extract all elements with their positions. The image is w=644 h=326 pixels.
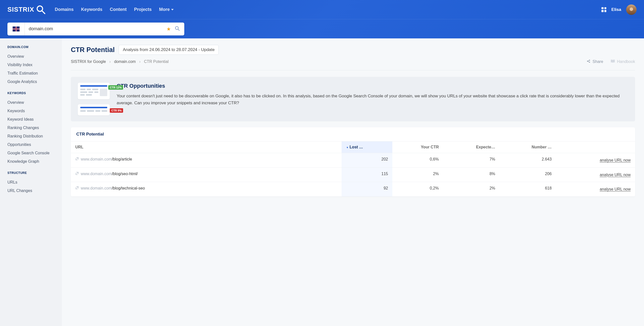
analysis-badge[interactable]: Analysis from 24.06.2024 to 28.07.2024 -… (119, 45, 219, 55)
main-content: CTR Potential Analysis from 24.06.2024 t… (62, 38, 644, 326)
col-action (556, 142, 635, 153)
chevron-right-icon: › (109, 60, 110, 64)
star-icon[interactable]: ★ (166, 26, 171, 32)
opportunity-title: CTR Opportunities (117, 83, 628, 89)
apps-icon[interactable] (602, 7, 606, 12)
svg-line-1 (42, 11, 45, 14)
nav-domains[interactable]: Domains (55, 7, 74, 12)
svg-point-4 (587, 61, 588, 62)
sidebar-item-ranking-distribution[interactable]: Ranking Distribution (8, 132, 56, 140)
table-header-row: URL ▼Lost … Your CTR Expecte… Number … (71, 142, 635, 153)
sidebar-item-ranking-changes[interactable]: Ranking Changes (8, 124, 56, 132)
breadcrumb-domain[interactable]: domain.com (114, 60, 136, 64)
uk-flag-icon (13, 26, 20, 32)
svg-point-5 (589, 60, 590, 61)
ctr-badge-red: CTR 9% (110, 108, 123, 113)
analyse-url-link[interactable]: analyse URL now (556, 168, 635, 182)
cell-your-ctr: 2% (392, 168, 443, 182)
table-row: www.domain.com/blog/article 202 0,6% 7% … (71, 153, 635, 168)
sidebar-item-visibility-index[interactable]: Visibility Index (8, 61, 56, 69)
nav-content[interactable]: Content (110, 7, 126, 12)
analyse-url-link[interactable]: analyse URL now (556, 153, 635, 168)
svg-line-3 (178, 29, 179, 30)
sidebar-heading-structure: STRUCTURE (8, 171, 56, 175)
cell-your-ctr: 0,2% (392, 182, 443, 197)
share-button[interactable]: Share (586, 59, 603, 64)
col-url[interactable]: URL (71, 142, 342, 153)
handbook-button[interactable]: Handbook (610, 60, 635, 64)
search-input[interactable] (25, 26, 166, 32)
share-icon (586, 59, 590, 64)
sidebar-item-keywords[interactable]: Keywords (8, 107, 56, 115)
cell-expected: 2% (443, 182, 500, 197)
cell-expected: 8% (443, 168, 500, 182)
col-number[interactable]: Number … (500, 142, 556, 153)
book-icon (610, 60, 615, 64)
sidebar-item-urls[interactable]: URLs (8, 178, 56, 186)
opportunity-illustration: CTR 12% CTR 9% (78, 83, 110, 116)
country-selector[interactable] (8, 22, 25, 36)
chevron-down-icon (171, 9, 174, 10)
sidebar-item-traffic-estimation[interactable]: Traffic Estimation (8, 69, 56, 78)
sidebar-heading-keywords: KEYWORDS (8, 92, 56, 95)
opportunity-text: CTR Opportunities Your content doesn't j… (117, 83, 628, 116)
cell-number: 618 (500, 182, 556, 197)
cell-url[interactable]: www.domain.com/blog/article (71, 153, 342, 168)
breadcrumb: SISTRIX for Google › domain.com › CTR Po… (71, 60, 586, 64)
cell-lost: 202 (342, 153, 392, 168)
external-link-icon (75, 186, 79, 190)
analyse-url-link[interactable]: analyse URL now (556, 182, 635, 197)
body: DOMAIN.COM Overview Visibility Index Tra… (0, 38, 644, 326)
cell-your-ctr: 0,6% (392, 153, 443, 168)
logo-text: SISTRIX (8, 6, 34, 14)
cell-number: 2.643 (500, 153, 556, 168)
sidebar-item-google-analytics[interactable]: Google Analytics (8, 78, 56, 86)
breadcrumb-root[interactable]: SISTRIX for Google (71, 60, 106, 64)
page-header: CTR Potential Analysis from 24.06.2024 t… (71, 45, 635, 55)
external-link-icon (75, 157, 79, 162)
table-title: CTR Potential (71, 127, 635, 141)
sort-caret-icon: ▼ (346, 146, 348, 149)
logo[interactable]: SISTRIX (8, 4, 46, 15)
cell-lost: 92 (342, 182, 392, 197)
sidebar-item-overview[interactable]: Overview (8, 52, 56, 61)
opportunity-description: Your content doesn't just need to be dis… (117, 93, 628, 106)
ctr-table: URL ▼Lost … Your CTR Expecte… Number … w… (71, 141, 635, 197)
chevron-right-icon: › (139, 60, 140, 64)
main-nav: Domains Keywords Content Projects More (55, 7, 602, 12)
nav-projects[interactable]: Projects (134, 7, 152, 12)
sidebar-item-opportunities[interactable]: Opportunities (8, 140, 56, 149)
user-name[interactable]: Elisa (611, 7, 621, 12)
table-row: www.domain.com/blog/technical-seo 92 0,2… (71, 182, 635, 197)
table-row: www.domain.com/blog/seo-html/ 115 2% 8% … (71, 168, 635, 182)
nav-more[interactable]: More (159, 7, 174, 12)
external-link-icon (75, 172, 79, 176)
search-box: ★ (8, 22, 184, 36)
ctr-badge-green: CTR 12% (108, 85, 123, 90)
col-your-ctr[interactable]: Your CTR (392, 142, 443, 153)
cell-lost: 115 (342, 168, 392, 182)
sidebar-item-kw-overview[interactable]: Overview (8, 98, 56, 107)
sidebar: DOMAIN.COM Overview Visibility Index Tra… (0, 38, 62, 326)
search-icon[interactable] (175, 26, 180, 32)
page-actions: Share Handbook (586, 59, 635, 64)
cell-number: 206 (500, 168, 556, 182)
sidebar-item-google-search-console[interactable]: Google Search Console (8, 149, 56, 157)
svg-point-6 (589, 62, 590, 63)
user-area: Elisa (602, 4, 636, 15)
nav-keywords[interactable]: Keywords (81, 7, 102, 12)
col-lost[interactable]: ▼Lost … (342, 142, 392, 153)
sidebar-item-keyword-ideas[interactable]: Keyword Ideas (8, 115, 56, 124)
cell-url[interactable]: www.domain.com/blog/technical-seo (71, 182, 342, 197)
page-title: CTR Potential (71, 46, 115, 54)
svg-line-8 (588, 62, 589, 62)
avatar[interactable] (626, 4, 636, 15)
breadcrumb-row: SISTRIX for Google › domain.com › CTR Po… (71, 59, 635, 70)
search-actions: ★ (166, 26, 184, 32)
cell-url[interactable]: www.domain.com/blog/seo-html/ (71, 168, 342, 182)
col-expected[interactable]: Expecte… (443, 142, 500, 153)
search-row: ★ (0, 19, 644, 38)
sidebar-item-url-changes[interactable]: URL Changes (8, 186, 56, 195)
sidebar-heading-domain: DOMAIN.COM (8, 45, 56, 49)
sidebar-item-knowledge-graph[interactable]: Knowledge Graph (8, 157, 56, 166)
